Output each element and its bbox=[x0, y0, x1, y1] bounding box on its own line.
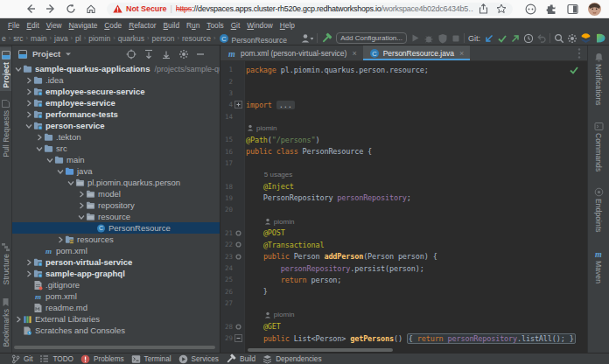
chevron-right-icon[interactable] bbox=[77, 202, 86, 209]
tree-row[interactable]: repository bbox=[12, 200, 220, 211]
tree-row[interactable]: Scratches and Consoles bbox=[12, 325, 220, 336]
update-blue-icon[interactable] bbox=[484, 33, 494, 43]
plugin-openshift-icon[interactable] bbox=[595, 32, 606, 44]
address-bar[interactable]: Not Secure | https://devspaces.apps.clus… bbox=[107, 3, 513, 16]
menu-item-build[interactable]: Build bbox=[160, 21, 183, 30]
tree-row[interactable]: sample-quarkus-applications/projects/sam… bbox=[12, 63, 220, 74]
expand-all-icon[interactable] bbox=[144, 49, 154, 60]
chevron-right-icon[interactable] bbox=[24, 111, 33, 118]
tree-row[interactable]: pl.piomin.quarkus.person bbox=[12, 177, 220, 188]
sidebar-item-notifications[interactable]: Notifications bbox=[588, 50, 609, 108]
sidebar-item-pull-requests[interactable]: Pull Requests bbox=[0, 96, 11, 160]
close-icon[interactable]: × bbox=[459, 49, 464, 58]
donut-icon[interactable] bbox=[233, 254, 244, 260]
sidebar-item-maven[interactable]: mMaven bbox=[588, 246, 609, 286]
breadcrumb-item-class[interactable]: CPersonResource bbox=[219, 32, 287, 45]
inspection-ok-icon[interactable] bbox=[569, 65, 579, 75]
close-icon[interactable]: × bbox=[352, 49, 356, 58]
minimize-icon[interactable] bbox=[195, 49, 206, 60]
menu-item-run[interactable]: Run bbox=[183, 21, 203, 30]
menu-item-tools[interactable]: Tools bbox=[203, 21, 227, 30]
reload-icon[interactable] bbox=[66, 4, 76, 14]
tree-row[interactable]: employee-service bbox=[12, 97, 220, 108]
star-icon[interactable] bbox=[496, 4, 507, 14]
statusbar-item-problems[interactable]: Problems bbox=[80, 354, 124, 364]
forward-arrow-icon[interactable] bbox=[46, 4, 56, 14]
locate-target-icon[interactable] bbox=[126, 49, 136, 60]
push-arrow-icon[interactable] bbox=[510, 33, 520, 43]
tree-row[interactable]: mpom.xml bbox=[12, 245, 220, 256]
menu-item-code[interactable]: Code bbox=[101, 21, 125, 30]
statusbar-item-terminal[interactable]: Terminal bbox=[131, 354, 172, 364]
project-panel-hscrollbar[interactable] bbox=[14, 346, 215, 349]
menu-item-edit[interactable]: Edit bbox=[23, 21, 42, 30]
sidebar-item-project[interactable]: Project bbox=[0, 47, 11, 91]
chevron-right-icon[interactable] bbox=[24, 88, 33, 95]
fold-minus-icon[interactable] bbox=[233, 334, 244, 342]
sidebar-item-endpoints[interactable]: Endpoints bbox=[588, 185, 609, 235]
statusbar-item-build[interactable]: Build bbox=[226, 354, 256, 364]
share-icon[interactable] bbox=[479, 4, 488, 14]
debug-icon[interactable] bbox=[424, 33, 434, 44]
code-area[interactable]: 1package pl.piomin.quarkus.person.resour… bbox=[220, 61, 587, 353]
history-clock-icon[interactable] bbox=[523, 33, 533, 43]
tree-row[interactable]: employee-secure-service bbox=[12, 86, 220, 97]
tree-row[interactable]: .idea bbox=[12, 74, 220, 86]
chevron-right-icon[interactable] bbox=[14, 316, 23, 323]
inlay-hint[interactable]: piomin bbox=[247, 124, 277, 132]
chevron-right-icon[interactable] bbox=[24, 270, 33, 277]
inlay-hint[interactable]: 5 usages bbox=[264, 171, 292, 178]
breadcrumb-item[interactable]: quarkus bbox=[118, 34, 144, 43]
tree-row[interactable]: person-virtual-service bbox=[12, 256, 220, 268]
sidebar-item-bookmarks[interactable]: Bookmarks bbox=[0, 295, 11, 349]
add-configuration-button[interactable]: Add Configuration... bbox=[336, 32, 407, 44]
sidebar-item-commands[interactable]: Commands bbox=[588, 119, 609, 174]
collapse-all-icon[interactable] bbox=[161, 49, 172, 60]
sidebar-item-structure[interactable]: Structure bbox=[0, 240, 11, 287]
breadcrumb-item[interactable]: piomin bbox=[88, 34, 110, 43]
stop-icon[interactable] bbox=[452, 34, 460, 43]
hammer-green-icon[interactable] bbox=[321, 32, 332, 44]
tree-row[interactable]: mpom.xml bbox=[12, 290, 220, 302]
statusbar-item-services[interactable]: Services bbox=[178, 354, 219, 364]
chevron-right-icon[interactable] bbox=[24, 77, 33, 84]
statusbar-item-dependencies[interactable]: Dependencies bbox=[262, 354, 321, 364]
donut-icon[interactable] bbox=[233, 324, 244, 330]
breadcrumb-item[interactable]: person bbox=[152, 34, 175, 43]
project-panel-title[interactable]: Project bbox=[32, 49, 60, 59]
puzzle-icon[interactable] bbox=[546, 4, 557, 15]
statusbar-item-git[interactable]: Git bbox=[11, 354, 32, 364]
plugin-devspaces-icon[interactable] bbox=[580, 32, 592, 44]
user-dropdown-icon[interactable] bbox=[300, 33, 313, 43]
commit-check-icon[interactable] bbox=[497, 33, 507, 43]
tree-row[interactable]: main bbox=[12, 154, 220, 165]
tree-row[interactable]: resources bbox=[12, 234, 220, 245]
chevron-right-icon[interactable] bbox=[24, 259, 33, 266]
gear-icon[interactable] bbox=[178, 49, 188, 59]
tree-row[interactable]: model bbox=[12, 188, 220, 200]
tree-row[interactable]: resource bbox=[12, 211, 220, 222]
chevron-down-icon[interactable] bbox=[46, 157, 54, 164]
chevron-down-icon[interactable] bbox=[24, 122, 33, 130]
menu-item-navigate[interactable]: Navigate bbox=[66, 21, 102, 30]
editor-tab[interactable]: mpom.xml (person-virtual-service)× bbox=[220, 46, 363, 60]
chevron-down-icon[interactable] bbox=[35, 145, 44, 152]
breadcrumb-item[interactable]: java bbox=[54, 34, 68, 43]
chevron-right-icon[interactable] bbox=[56, 236, 65, 243]
settings-gear-icon[interactable] bbox=[567, 33, 577, 43]
menu-item-help[interactable]: Help bbox=[276, 21, 298, 30]
tree-row[interactable]: src bbox=[12, 143, 220, 154]
run-icon[interactable] bbox=[410, 33, 420, 43]
menu-item-file[interactable]: File bbox=[4, 21, 23, 30]
search-icon[interactable] bbox=[554, 33, 564, 43]
menu-item-refactor[interactable]: Refactor bbox=[125, 21, 159, 30]
rollback-icon[interactable] bbox=[536, 33, 546, 43]
tab-options-kebab-icon[interactable] bbox=[578, 46, 587, 60]
donut-icon[interactable] bbox=[233, 230, 244, 236]
menu-item-view[interactable]: View bbox=[43, 21, 66, 30]
profile-circle-icon[interactable] bbox=[525, 4, 536, 15]
tree-row[interactable]: java bbox=[12, 165, 220, 177]
menu-item-git[interactable]: Git bbox=[228, 21, 244, 30]
chevron-down-icon[interactable] bbox=[77, 214, 86, 220]
tree-row[interactable]: person-service bbox=[12, 120, 220, 131]
